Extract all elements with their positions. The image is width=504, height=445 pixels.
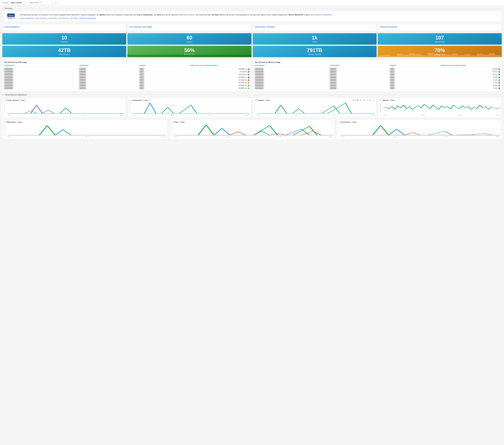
mem-row8-value: 77.015 — [440, 87, 500, 89]
vm-operations-title: Virtual Machine Operations — [5, 94, 27, 96]
info-banner-description: This dashboard provides an overview of t… — [19, 14, 332, 16]
metric-tile-hosts-menu[interactable]: ⋮ — [248, 34, 250, 36]
dash-card-cluster: ⋮ Cluster Dashboard — [2, 24, 126, 31]
chart-power-menu[interactable]: ⋮ — [331, 121, 333, 123]
cpu-row6-value: 35.470G Hz — [190, 82, 249, 84]
chart-registration-dates: Apr 11 Apr 18 Apr 25 — [8, 136, 166, 138]
chart-vmotion-area: 70 60 50 40 30 20 10 0 — [380, 102, 500, 116]
datacenter-select[interactable]: * — [40, 1, 57, 4]
metrics-browser-link[interactable]: Metrics Browser — [183, 14, 195, 16]
cpu-table-header: esxhostname clustername dcname vsphere.h… — [4, 65, 249, 67]
memory-wave — [2, 46, 31, 49]
chart-changes-info[interactable]: i — [254, 99, 256, 101]
chart-registration-menu[interactable]: ⋮ — [164, 121, 166, 123]
metric-tile-datastores-menu[interactable]: ⋮ — [499, 34, 501, 36]
dash-card-vm-menu[interactable]: ⋮ — [373, 26, 375, 28]
mem-col-hostname[interactable]: esxhostname — [255, 65, 329, 66]
dash-card-host-menu[interactable]: ⋮ — [247, 26, 250, 28]
mem-row4-value: 78.285 — [440, 76, 500, 78]
chart-changes-time-12h[interactable]: 12h — [362, 99, 366, 101]
chart-configuration: i Configuration - 1 hour ⋮ 3.5 3 2.5 2 1… — [127, 98, 251, 118]
mem-col-dc[interactable]: dcname — [390, 65, 440, 66]
metric-tile-datastores[interactable]: ⋮ 107 Datastore(s) — [378, 33, 502, 45]
chart-create-destroy-menu[interactable]: ⋮ — [122, 99, 124, 101]
dash-card-cluster-menu[interactable]: ⋮ — [122, 26, 124, 28]
mem-row7-value: 76.991 — [440, 85, 500, 86]
metric-tiles-row2: ⋮ 42TB Total Memory 🔗 ⋮ 56% Memory Used … — [2, 46, 502, 57]
mem-col-value[interactable]: vsphere.host.mem.usage.average ↓ — [440, 65, 500, 66]
cpu-row4-cluster: ██████ — [79, 76, 139, 78]
metric-tile-storage-used[interactable]: 🔗 ⋮ 70% Storage Used — [378, 46, 502, 57]
mem-row3-cluster: ██████ — [330, 74, 389, 75]
summary-toggle[interactable]: ∨ — [2, 7, 3, 9]
metric-tile-vms[interactable]: ⋮ 1k VM(s) — [253, 33, 377, 45]
link-host-summary[interactable]: Host Summary — [35, 17, 47, 19]
top-hosts-cpu-title: Top 10 Hosts by CPU Usage — [4, 61, 249, 63]
hosts-wave — [127, 33, 156, 36]
metric-tile-storage-capacity[interactable]: 🔗 ⋮ 791TB Storage Capacity — [253, 46, 377, 57]
metric-tile-clusters[interactable]: ⋮ 10 Cluster(s) — [2, 33, 126, 45]
datacenter-select-wrap[interactable]: * — [40, 1, 57, 4]
mem-row1-hostname: ████████ — [255, 68, 329, 70]
vms-wave — [253, 33, 281, 36]
intro-dashboards-link[interactable]: introductory dashboards — [314, 14, 332, 16]
metric-tile-memory-menu[interactable]: ⋮ — [123, 47, 125, 49]
link-host-detail[interactable]: Host Detail — [48, 17, 57, 19]
cpu-col-hostname[interactable]: esxhostname — [4, 65, 79, 66]
chart-vmotion-menu[interactable]: ⋮ — [498, 99, 500, 101]
vcenter-select[interactable]: Select vCenter — [9, 1, 27, 4]
chart-changes-time-clock[interactable]: ⊙ — [355, 99, 356, 101]
chart-registration-info[interactable]: i — [4, 121, 6, 123]
metric-tile-storage-used-menu[interactable]: ⋮ — [499, 47, 501, 49]
chart-changes-time-prev[interactable]: ⊕ — [353, 99, 354, 101]
cpu-col-cluster[interactable]: clustername — [79, 65, 139, 66]
chart-create-destroy-info[interactable]: i — [4, 99, 6, 101]
chart-power-info[interactable]: i — [171, 121, 173, 123]
link-cluster-dashboard[interactable]: Cluster Dashboard — [19, 17, 34, 19]
chart-changes-time-2h[interactable]: 2h — [357, 99, 359, 101]
mem-col-cluster[interactable]: clustername — [330, 65, 389, 66]
chart-registration-title: Registration - 1 hour — [7, 121, 163, 123]
cpu-col-dc[interactable]: dcname — [139, 65, 189, 66]
summary-section-header[interactable]: ∨ Summary — [2, 7, 502, 9]
chart-guest-power-menu[interactable]: ⋮ — [498, 121, 500, 123]
cpu-row3-cluster: ██████ — [79, 74, 139, 75]
cpu-row1-hostname: ████████ — [4, 68, 79, 70]
chart-vmotion-svg-area: Apr 11 Apr 18 Apr 25 May 02 — [383, 102, 500, 116]
top-hosts-cpu-menu[interactable]: ⋮ — [247, 61, 250, 64]
chart-changes-menu[interactable]: ⋮ — [373, 99, 375, 101]
mem-row6-hostname: ████████ — [255, 82, 329, 84]
link-datastore-dashboard[interactable]: Datastore Dashboard — [79, 17, 95, 19]
vm-operations-toggle[interactable]: ∨ — [2, 94, 3, 96]
metric-tile-hosts[interactable]: ⋮ 60 Host(s) — [127, 33, 251, 45]
info-banner-menu[interactable]: ⋮ — [497, 13, 500, 15]
chart-vmotion-title: vMotion - 1 hour — [383, 99, 497, 101]
cpu-row7-dc: ████ — [139, 85, 189, 86]
chart-vmotion: i vMotion - 1 hour ⋮ 70 60 50 40 30 20 1… — [378, 98, 502, 118]
table-row: ████████ ██████ ████ 81.202 — [255, 73, 500, 76]
metric-tile-memory-used[interactable]: 🔗 ⋮ 56% Memory Used — [127, 46, 251, 57]
chart-configuration-info[interactable]: i — [129, 99, 131, 101]
chart-changes-dates: Apr 11 Apr 18 Apr 25 May 02 — [257, 114, 375, 116]
link-vm-summary[interactable]: VM Summary — [58, 17, 69, 19]
chart-changes-time-8d[interactable]: 8d — [369, 99, 372, 101]
metric-hosts-label: Host(s) — [187, 41, 192, 43]
chart-configuration-menu[interactable]: ⋮ — [247, 99, 250, 101]
cpu-col-value[interactable]: vsphere.host.cpu.usagemhz.average ↓ — [190, 65, 249, 66]
vcenter-select-wrap[interactable]: Select vCenter — [9, 1, 27, 4]
chart-vmotion-info[interactable]: i — [380, 99, 382, 101]
metric-tile-memory-used-menu[interactable]: ⋮ — [248, 47, 250, 49]
top-hosts-mem-menu[interactable]: ⋮ — [498, 61, 500, 64]
chart-changes-time-1d[interactable]: 1d — [366, 99, 369, 101]
chart-guest-power-info[interactable]: i — [338, 121, 340, 123]
metric-tile-total-memory[interactable]: ⋮ 42TB Total Memory — [2, 46, 126, 57]
dash-card-datastore-menu[interactable]: ⋮ — [498, 26, 500, 28]
vm-operations-section-header[interactable]: ∨ Virtual Machine Operations — [2, 94, 502, 96]
dash-card-host-title: Host Summary / Host Detail — [129, 26, 249, 28]
chart-changes-time-6h[interactable]: 6h — [360, 99, 362, 101]
link-vm-detail[interactable]: VM Detail — [70, 17, 78, 19]
metric-tile-vms-menu[interactable]: ⋮ — [374, 34, 376, 36]
metric-tile-storage-capacity-menu[interactable]: ⋮ — [374, 47, 376, 49]
metric-tile-clusters-menu[interactable]: ⋮ — [123, 34, 125, 36]
charts-row1: i Create / Destroy - 1 hour ⋮ 1.2 1 .8 .… — [2, 98, 502, 118]
